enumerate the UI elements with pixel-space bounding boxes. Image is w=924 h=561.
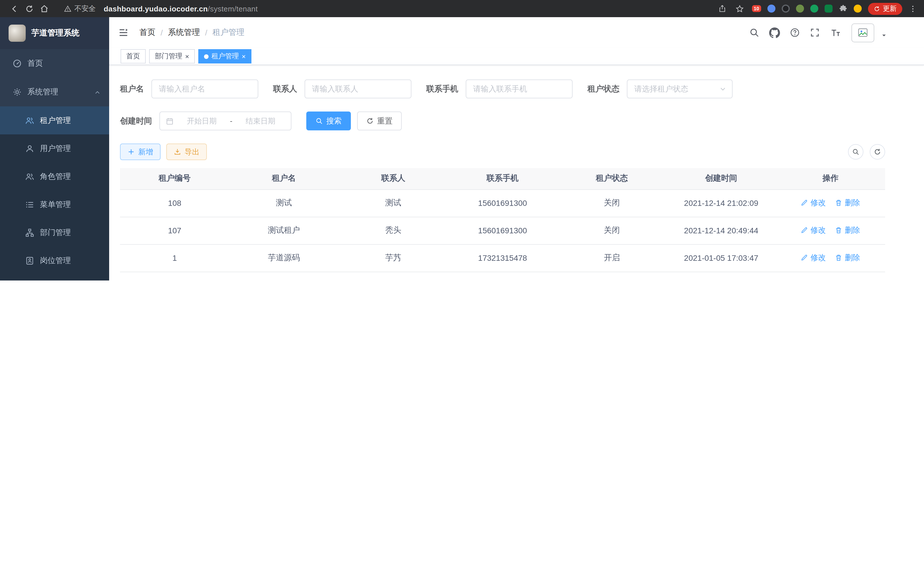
delete-link[interactable]: 删除 (835, 253, 860, 263)
chevron-up-icon (94, 89, 100, 95)
delete-link[interactable]: 删除 (835, 225, 860, 236)
tags-view-bar: 首页 部门管理 × 租户管理 × (109, 48, 924, 65)
col-actions: 操作 (776, 168, 885, 189)
add-button[interactable]: 新增 (120, 144, 160, 160)
export-button[interactable]: 导出 (166, 144, 207, 160)
tab-home[interactable]: 首页 (121, 49, 146, 63)
cell-contact: 芋艿 (339, 244, 448, 272)
cell-contact: 测试 (339, 189, 448, 217)
update-button[interactable]: 更新 (868, 3, 902, 15)
breadcrumb-item-system[interactable]: 系统管理 (168, 27, 200, 38)
reset-button[interactable]: 重置 (357, 111, 402, 130)
security-indicator[interactable]: 不安全 (64, 4, 96, 14)
tab-dept[interactable]: 部门管理 × (149, 49, 195, 63)
tenant-name-input[interactable] (152, 80, 258, 98)
tenant-status-select[interactable]: 请选择租户状态 (627, 80, 733, 98)
search-icon[interactable] (749, 27, 759, 38)
url-path: /system/tenant (208, 4, 258, 13)
app-logo[interactable]: 芋道管理系统 (0, 17, 109, 49)
filter-create-time: 创建时间 开始日期 - 结束日期 (120, 111, 291, 130)
logo-image (9, 25, 26, 42)
sidebar-toggle-icon[interactable] (118, 27, 129, 38)
col-tenant-name: 租户名 (230, 168, 339, 189)
select-placeholder: 请选择租户状态 (634, 84, 688, 94)
bookmark-star-button[interactable] (734, 2, 746, 15)
sidebar-item-post[interactable]: 岗位管理 (0, 247, 109, 274)
close-icon[interactable]: × (242, 53, 246, 60)
chevron-down-icon (719, 86, 726, 92)
contact-input[interactable] (304, 80, 411, 98)
extension-icon-green-square[interactable] (825, 5, 832, 13)
extension-icon-olive[interactable] (796, 5, 804, 13)
url-host: dashboard.yudao.iocoder.cn (104, 4, 208, 13)
col-status: 租户状态 (557, 168, 667, 189)
sidebar-item-dept[interactable]: 部门管理 (0, 218, 109, 247)
sidebar-item-home[interactable]: 首页 (0, 49, 109, 78)
sidebar-item-label: 菜单管理 (40, 199, 71, 210)
search-button[interactable]: 搜索 (306, 111, 351, 130)
avatar[interactable] (851, 23, 874, 42)
github-icon[interactable] (769, 27, 780, 38)
edit-link[interactable]: 修改 (801, 198, 826, 208)
sidebar-item-label: 用户管理 (40, 143, 71, 153)
status-label: 租户状态 (587, 84, 620, 94)
trash-icon (835, 199, 843, 207)
refresh-icon (874, 148, 881, 156)
browser-menu-icon[interactable] (909, 4, 917, 13)
extension-icon-yellow[interactable] (854, 5, 862, 13)
sidebar-item-system[interactable]: 系统管理 (0, 78, 109, 106)
extensions-puzzle-icon[interactable] (839, 4, 848, 13)
extension-badge[interactable]: 10 (752, 5, 761, 12)
tab-label: 首页 (126, 51, 140, 61)
edit-icon (801, 199, 808, 207)
sidebar-item-user[interactable]: 用户管理 (0, 134, 109, 162)
id-badge-icon (25, 256, 34, 265)
refresh-table-button[interactable] (870, 144, 885, 159)
sidebar-item-label: 部门管理 (40, 227, 71, 238)
extension-icon-green[interactable] (810, 5, 818, 13)
sidebar-item-role[interactable]: 角色管理 (0, 162, 109, 190)
share-button[interactable] (716, 2, 728, 15)
tab-tenant[interactable]: 租户管理 × (198, 49, 251, 63)
users-icon (25, 116, 34, 125)
browser-reload-button[interactable] (22, 2, 37, 15)
extension-icon-blue[interactable] (767, 5, 776, 13)
breadcrumb-separator: / (205, 28, 207, 37)
sidebar-item-tenant[interactable]: 租户管理 (0, 106, 109, 134)
sidebar: 芋道管理系统 首页 系统管理 租户管理 用户管理 (0, 17, 109, 281)
toggle-search-button[interactable] (848, 144, 863, 159)
cell-tenant-name: 测试 (230, 189, 339, 217)
cell-actions: 修改 删除 (776, 217, 885, 244)
edit-link[interactable]: 修改 (801, 225, 826, 236)
sidebar-item-menu[interactable]: 菜单管理 (0, 190, 109, 218)
tree-icon (25, 228, 34, 237)
browser-home-button[interactable] (37, 2, 51, 15)
fullscreen-icon[interactable] (810, 27, 820, 38)
extension-icon-dark[interactable] (782, 5, 790, 13)
warning-icon (64, 5, 71, 12)
contact-label: 联系人 (273, 84, 297, 94)
end-date-placeholder: 结束日期 (236, 116, 285, 126)
browser-back-button[interactable] (7, 2, 22, 15)
cell-phone: 15601691300 (448, 189, 557, 217)
delete-label: 删除 (845, 253, 860, 263)
font-size-icon[interactable] (830, 27, 842, 38)
close-icon[interactable]: × (185, 53, 189, 60)
table-row: 1 芋道源码 芋艿 17321315478 开启 2021-01-05 17:0… (120, 244, 885, 272)
delete-label: 删除 (845, 198, 860, 208)
address-bar[interactable]: dashboard.yudao.iocoder.cn/system/tenant (104, 4, 258, 13)
sidebar-item-dict[interactable]: 字典管理 (0, 274, 109, 281)
app-title: 芋道管理系统 (32, 28, 80, 38)
edit-link[interactable]: 修改 (801, 253, 826, 263)
cell-actions: 修改 删除 (776, 189, 885, 217)
breadcrumb-item-home[interactable]: 首页 (140, 27, 155, 38)
date-range-picker[interactable]: 开始日期 - 结束日期 (159, 111, 291, 130)
delete-link[interactable]: 删除 (835, 198, 860, 208)
table-row: 107 测试租户 秃头 15601691300 关闭 2021-12-14 20… (120, 217, 885, 244)
create-time-label: 创建时间 (120, 116, 152, 126)
filter-contact: 联系人 (273, 80, 411, 98)
phone-input[interactable] (466, 80, 573, 98)
add-button-label: 新增 (138, 147, 153, 157)
caret-down-icon[interactable] (880, 32, 887, 39)
help-icon[interactable] (790, 27, 800, 38)
